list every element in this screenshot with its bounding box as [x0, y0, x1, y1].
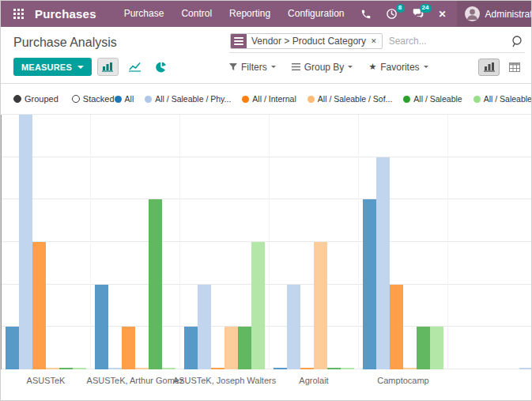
user-menu[interactable]: Administrator: [457, 1, 532, 27]
top-menu-item-reporting[interactable]: Reporting: [221, 1, 279, 27]
bar[interactable]: [19, 115, 32, 369]
bar[interactable]: [46, 368, 59, 369]
bar[interactable]: [108, 368, 122, 369]
chevron-down-icon: [348, 66, 353, 68]
bar[interactable]: [184, 327, 198, 369]
bar-group: ASUSTeK, Arthur Gomez: [91, 115, 180, 369]
legend-item[interactable]: All / Saleable / Ser...: [474, 94, 532, 104]
legend-label: All: [125, 94, 134, 104]
star-icon: ★: [368, 62, 376, 72]
top-menu-item-purchase[interactable]: Purchase: [115, 1, 173, 27]
groupby-dropdown[interactable]: Group By: [292, 62, 353, 73]
measures-button[interactable]: MEASURES: [13, 58, 92, 76]
x-axis-label: Agrolait: [299, 376, 328, 385]
line-chart-type-button[interactable]: [124, 58, 145, 76]
bar-group: ASUSTeK, Joseph Walters: [180, 115, 270, 369]
page-title: Purchase Analysis: [13, 36, 229, 50]
bar[interactable]: [224, 327, 238, 369]
bar[interactable]: [162, 368, 175, 369]
legend-item[interactable]: All: [115, 94, 134, 104]
groupby-label: Group By: [304, 62, 345, 73]
facet-label: Vendor > Product Category: [247, 36, 370, 47]
filter-icon: [229, 63, 237, 71]
avatar: [465, 6, 480, 21]
bar[interactable]: [519, 368, 532, 369]
bar[interactable]: [341, 368, 354, 369]
chart-mode-radios: Grouped Stacked: [13, 94, 115, 104]
top-menu-item-configuration[interactable]: Configuration: [279, 1, 353, 27]
measures-label: MEASURES: [21, 62, 72, 72]
control-panel-row2: MEASURES Filters G: [1, 55, 531, 84]
bar-group: Camptocamp: [359, 115, 448, 369]
activities-icon[interactable]: 8: [379, 1, 405, 27]
legend-dot-icon: [403, 96, 410, 103]
chart-header: Grouped Stacked AllAll / Saleable / Phy.…: [1, 84, 531, 105]
bar[interactable]: [238, 327, 251, 369]
bar[interactable]: [149, 199, 162, 369]
pivot-view-button[interactable]: [504, 59, 525, 76]
close-icon[interactable]: ✕: [432, 1, 454, 27]
search-input[interactable]: Search...: [389, 36, 504, 47]
favorites-dropdown[interactable]: ★ Favorites: [368, 62, 428, 73]
phone-icon[interactable]: [353, 1, 379, 27]
app-name[interactable]: Purchases: [35, 7, 96, 21]
top-menu-item-control[interactable]: Control: [172, 1, 221, 27]
search-facet[interactable]: Vendor > Product Category ✕: [230, 33, 383, 49]
bar[interactable]: [32, 242, 46, 369]
legend-item[interactable]: All / Saleable / Sof...: [308, 94, 393, 104]
bar[interactable]: [403, 368, 417, 369]
messages-icon[interactable]: 24: [405, 1, 432, 27]
search-icon[interactable]: [511, 35, 523, 47]
search-options: Filters Group By ★ Favorites: [229, 59, 525, 76]
graph-view-button[interactable]: [478, 59, 500, 76]
x-axis-label: Camptocamp: [377, 376, 428, 385]
filter-menus: Filters Group By ★ Favorites: [229, 62, 428, 73]
pie-chart-type-button[interactable]: [151, 58, 172, 76]
bar[interactable]: [198, 285, 211, 369]
chart-legend: AllAll / Saleable / Phy...All / Internal…: [115, 94, 532, 104]
legend-label: All / Saleable / Phy...: [155, 94, 231, 104]
bar[interactable]: [251, 242, 265, 369]
legend-item[interactable]: All / Saleable: [403, 94, 462, 104]
legend-item[interactable]: All / Internal: [242, 94, 296, 104]
bar[interactable]: [59, 368, 73, 369]
bar[interactable]: [417, 327, 430, 369]
bar[interactable]: [300, 368, 314, 369]
bar[interactable]: [95, 285, 108, 369]
activities-badge: 8: [396, 4, 405, 13]
stacked-radio[interactable]: Stacked: [72, 94, 115, 104]
bar[interactable]: [363, 199, 376, 369]
bar-group-partial: [448, 115, 532, 369]
filters-dropdown[interactable]: Filters: [229, 62, 276, 73]
legend-dot-icon: [308, 96, 315, 103]
favorites-label: Favorites: [380, 62, 419, 73]
bar[interactable]: [6, 327, 19, 369]
bar[interactable]: [287, 285, 300, 369]
bar[interactable]: [73, 368, 86, 369]
legend-label: All / Saleable / Sof...: [318, 94, 393, 104]
radio-selected-icon: [13, 95, 21, 103]
bar-group: ASUSTeK: [2, 115, 91, 369]
bar[interactable]: [314, 242, 327, 369]
graph-toolbar: MEASURES: [13, 58, 229, 76]
bar-group: Agrolait: [270, 115, 359, 369]
bar[interactable]: [211, 368, 224, 369]
search-bar[interactable]: Vendor > Product Category ✕ Search...: [229, 32, 525, 53]
bar-chart-type-button[interactable]: [97, 58, 119, 76]
bar[interactable]: [327, 368, 341, 369]
legend-label: All / Saleable / Ser...: [484, 94, 532, 104]
legend-dot-icon: [242, 96, 249, 103]
grouped-radio[interactable]: Grouped: [13, 94, 58, 104]
bar[interactable]: [376, 157, 390, 369]
bar[interactable]: [274, 368, 287, 369]
messages-badge: 24: [420, 4, 432, 13]
legend-item[interactable]: All / Saleable / Phy...: [145, 94, 231, 104]
bar[interactable]: [390, 285, 403, 369]
bar[interactable]: [430, 327, 443, 369]
facet-remove-icon[interactable]: ✕: [370, 37, 382, 45]
bar[interactable]: [135, 368, 149, 369]
apps-menu-icon[interactable]: [13, 9, 24, 19]
bar[interactable]: [122, 327, 135, 369]
legend-dot-icon: [474, 96, 481, 103]
stacked-label: Stacked: [83, 94, 115, 104]
